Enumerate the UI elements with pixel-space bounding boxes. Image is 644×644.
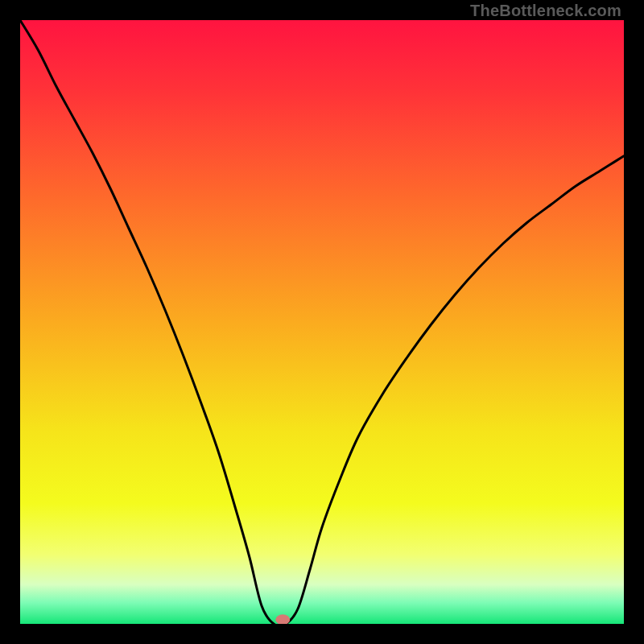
plot-area: [20, 20, 624, 624]
watermark-text: TheBottleneck.com: [470, 2, 621, 20]
gradient-background: [20, 20, 624, 624]
chart-frame: TheBottleneck.com: [0, 0, 644, 644]
chart-svg: [20, 20, 624, 624]
